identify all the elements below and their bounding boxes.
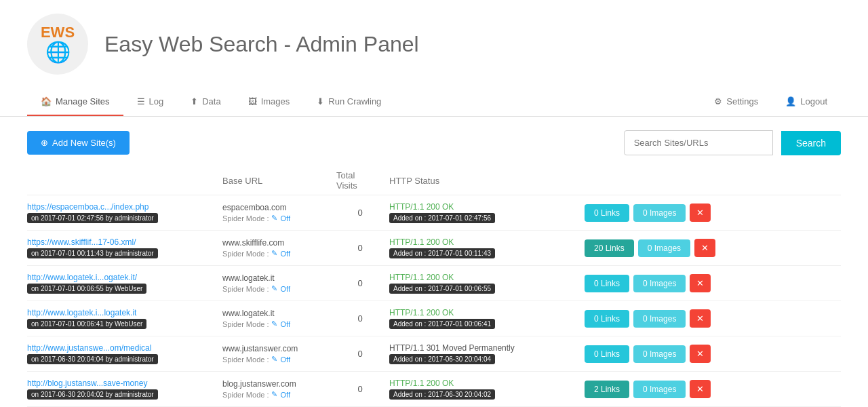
spider-off[interactable]: Off — [280, 214, 290, 222]
table-row: http://www.justanswe...om/medical on 201… — [27, 336, 841, 372]
table-header: Base URL TotalVisits HTTP Status — [27, 166, 841, 195]
nav-run-crawling[interactable]: ⬇ Run Crawling — [303, 88, 395, 116]
spider-off[interactable]: Off — [280, 285, 290, 293]
edit-icon: ✎ — [271, 355, 277, 364]
edit-icon: ✎ — [271, 284, 277, 293]
page-title: Easy Web Search - Admin Panel — [104, 32, 419, 57]
status-text: HTTP/1.1 301 Moved Permanently — [389, 343, 579, 353]
base-block: espacemboa.com Spider Mode : ✎ Off — [222, 203, 331, 222]
images-button[interactable]: 0 Images — [633, 345, 686, 363]
visits: 0 — [336, 313, 384, 324]
actions: 0 Links 0 Images ✕ — [585, 204, 841, 222]
added-on: Added on : 2017-06-30 20:04:04 — [389, 354, 495, 364]
url-block: http://www.justanswe...om/medical on 201… — [27, 343, 217, 364]
url-meta: on 2017-07-01 00:06:41 by WebUser — [27, 319, 146, 329]
nav-settings[interactable]: ⚙ Settings — [701, 88, 772, 116]
base-url: www.justanswer.com — [222, 344, 331, 353]
nav-logout[interactable]: 👤 Logout — [772, 88, 841, 116]
crawling-icon: ⬇ — [317, 96, 324, 106]
status-block: HTTP/1.1 200 OK Added on : 2017-07-01 00… — [389, 237, 579, 258]
edit-icon: ✎ — [271, 249, 277, 258]
spider-off[interactable]: Off — [280, 320, 290, 328]
search-button[interactable]: Search — [781, 131, 841, 155]
delete-button[interactable]: ✕ — [690, 345, 711, 363]
edit-icon: ✎ — [271, 319, 277, 328]
header: EWS 🌐 Easy Web Search - Admin Panel — [0, 0, 868, 88]
base-block: www.logatek.it Spider Mode : ✎ Off — [222, 273, 331, 293]
nav-data[interactable]: ⬆ Data — [177, 88, 234, 116]
url-meta: on 2017-07-01 00:11:43 by administrator — [27, 248, 158, 258]
col-visits: TotalVisits — [336, 170, 384, 191]
images-button[interactable]: 0 Images — [633, 310, 686, 328]
delete-button[interactable]: ✕ — [690, 274, 711, 292]
url-block: http://blog.justansw...save-money on 201… — [27, 379, 217, 400]
table-row: http://blog.justansw...save-money on 201… — [27, 372, 841, 407]
images-button[interactable]: 0 Images — [633, 204, 686, 222]
images-icon: 🖼 — [248, 96, 257, 106]
images-button[interactable]: 0 Images — [633, 381, 686, 398]
logo: EWS 🌐 — [27, 14, 88, 75]
added-on: Added on : 2017-07-01 00:11:43 — [389, 248, 495, 258]
base-block: www.justanswer.com Spider Mode : ✎ Off — [222, 344, 331, 364]
links-button[interactable]: 0 Links — [585, 275, 629, 292]
status-block: HTTP/1.1 200 OK Added on : 2017-07-01 00… — [389, 273, 579, 294]
actions: 2 Links 0 Images ✕ — [585, 380, 841, 398]
nav: 🏠 Manage Sites ☰ Log ⬆ Data 🖼 Images ⬇ R… — [0, 88, 868, 117]
status-text: HTTP/1.1 200 OK — [389, 202, 579, 212]
url-main: http://blog.justansw...save-money — [27, 379, 217, 388]
added-on: Added on : 2017-06-30 20:04:02 — [389, 389, 495, 400]
url-meta: on 2017-07-01 00:06:55 by WebUser — [27, 284, 146, 294]
settings-icon: ⚙ — [714, 96, 722, 106]
visits: 0 — [336, 208, 384, 218]
base-url: www.skifflife.com — [222, 238, 331, 248]
table-row: https://espacemboa.c.../index.php on 201… — [27, 195, 841, 231]
delete-button[interactable]: ✕ — [690, 204, 711, 222]
col-base-url: Base URL — [222, 176, 331, 186]
add-new-site-button[interactable]: ⊕ Add New Site(s) — [27, 131, 130, 155]
edit-icon: ✎ — [271, 214, 277, 222]
links-button[interactable]: 0 Links — [585, 345, 629, 363]
actions: 0 Links 0 Images ✕ — [585, 345, 841, 363]
url-block: http://www.logatek.i...ogatek.it/ on 201… — [27, 273, 217, 294]
added-on: Added on : 2017-07-01 02:47:56 — [389, 213, 495, 223]
links-button[interactable]: 20 Links — [585, 239, 634, 257]
url-main: http://www.justanswe...om/medical — [27, 343, 217, 353]
table-row: http://www.logatek.i...ogatek.it/ on 201… — [27, 266, 841, 301]
nav-log[interactable]: ☰ Log — [123, 88, 178, 116]
base-block: www.logatek.it Spider Mode : ✎ Off — [222, 309, 331, 328]
spider-off[interactable]: Off — [280, 355, 290, 364]
spider-mode: Spider Mode : ✎ Off — [222, 284, 331, 293]
spider-off[interactable]: Off — [280, 391, 290, 399]
status-text: HTTP/1.1 200 OK — [389, 379, 579, 388]
images-button[interactable]: 0 Images — [638, 239, 690, 257]
status-block: HTTP/1.1 200 OK Added on : 2017-06-30 20… — [389, 379, 579, 400]
delete-button[interactable]: ✕ — [690, 380, 711, 398]
user-icon: 👤 — [785, 96, 796, 106]
search-input[interactable] — [624, 130, 773, 155]
nav-images[interactable]: 🖼 Images — [235, 88, 304, 116]
url-main: http://www.logatek.i...ogatek.it/ — [27, 273, 217, 282]
table-row: http://www.logatek.i...logatek.it on 201… — [27, 301, 841, 336]
visits: 0 — [336, 278, 384, 288]
base-block: www.skifflife.com Spider Mode : ✎ Off — [222, 238, 331, 258]
visits: 0 — [336, 243, 384, 253]
url-meta: on 2017-06-30 20:04:02 by administrator — [27, 389, 158, 400]
url-meta: on 2017-07-01 02:47:56 by administrator — [27, 213, 158, 223]
images-button[interactable]: 0 Images — [633, 275, 686, 292]
delete-button[interactable]: ✕ — [690, 309, 711, 328]
delete-button[interactable]: ✕ — [694, 239, 715, 257]
base-url: www.logatek.it — [222, 309, 331, 318]
table-row: https://www.skifflif...17-06.xml/ on 201… — [27, 231, 841, 266]
links-button[interactable]: 2 Links — [585, 381, 629, 398]
links-button[interactable]: 0 Links — [585, 310, 629, 328]
status-text: HTTP/1.1 200 OK — [389, 308, 579, 317]
spider-off[interactable]: Off — [280, 250, 290, 258]
nav-manage-sites[interactable]: 🏠 Manage Sites — [27, 88, 123, 116]
nav-spacer — [395, 88, 701, 116]
url-block: http://www.logatek.i...logatek.it on 201… — [27, 308, 217, 329]
main-content: ⊕ Add New Site(s) Search Base URL TotalV… — [0, 117, 868, 407]
visits: 0 — [336, 349, 384, 359]
links-button[interactable]: 0 Links — [585, 204, 629, 222]
url-main: https://espacemboa.c.../index.php — [27, 202, 217, 212]
status-block: HTTP/1.1 200 OK Added on : 2017-07-01 00… — [389, 308, 579, 329]
